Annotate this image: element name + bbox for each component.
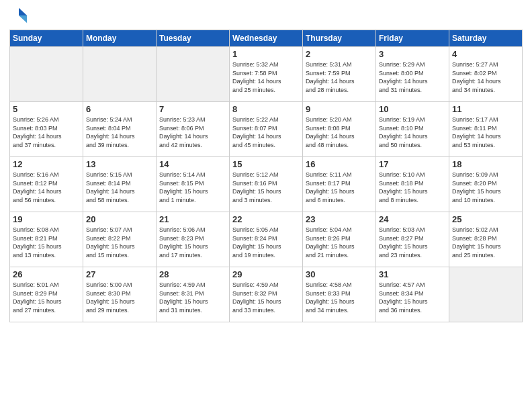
day-number: 15 bbox=[232, 159, 300, 169]
cell-info: Sunrise: 5:29 AM Sunset: 8:00 PM Dayligh… bbox=[379, 60, 446, 94]
calendar: SundayMondayTuesdayWednesdayThursdayFrid… bbox=[9, 30, 523, 322]
calendar-cell: 1Sunrise: 5:32 AM Sunset: 7:58 PM Daylig… bbox=[230, 47, 303, 102]
day-number: 2 bbox=[306, 49, 373, 59]
calendar-cell: 16Sunrise: 5:11 AM Sunset: 8:17 PM Dayli… bbox=[303, 157, 376, 212]
cell-info: Sunrise: 4:59 AM Sunset: 8:31 PM Dayligh… bbox=[159, 281, 226, 314]
cell-info: Sunrise: 5:01 AM Sunset: 8:29 PM Dayligh… bbox=[13, 281, 80, 314]
day-number: 23 bbox=[306, 214, 373, 224]
cell-info: Sunrise: 5:07 AM Sunset: 8:22 PM Dayligh… bbox=[86, 226, 153, 259]
cell-info: Sunrise: 5:02 AM Sunset: 8:28 PM Dayligh… bbox=[452, 226, 519, 259]
day-number: 28 bbox=[159, 269, 226, 279]
calendar-cell: 30Sunrise: 4:58 AM Sunset: 8:33 PM Dayli… bbox=[303, 267, 376, 322]
day-header: Sunday bbox=[10, 30, 83, 47]
calendar-cell bbox=[157, 47, 230, 102]
calendar-cell: 14Sunrise: 5:14 AM Sunset: 8:15 PM Dayli… bbox=[157, 157, 230, 212]
day-number: 9 bbox=[306, 104, 373, 114]
cell-info: Sunrise: 5:20 AM Sunset: 8:08 PM Dayligh… bbox=[306, 116, 373, 149]
header bbox=[9, 7, 523, 26]
day-number: 14 bbox=[159, 159, 226, 169]
calendar-cell: 26Sunrise: 5:01 AM Sunset: 8:29 PM Dayli… bbox=[10, 267, 83, 322]
calendar-cell: 20Sunrise: 5:07 AM Sunset: 8:22 PM Dayli… bbox=[83, 212, 157, 267]
calendar-cell: 24Sunrise: 5:03 AM Sunset: 8:27 PM Dayli… bbox=[376, 212, 449, 267]
calendar-header-row: SundayMondayTuesdayWednesdayThursdayFrid… bbox=[10, 30, 523, 47]
calendar-cell: 15Sunrise: 5:12 AM Sunset: 8:16 PM Dayli… bbox=[230, 157, 303, 212]
calendar-week-row: 26Sunrise: 5:01 AM Sunset: 8:29 PM Dayli… bbox=[10, 267, 523, 322]
day-number: 16 bbox=[306, 159, 373, 169]
day-number: 1 bbox=[232, 49, 300, 59]
day-number: 19 bbox=[13, 214, 80, 224]
cell-info: Sunrise: 4:59 AM Sunset: 8:32 PM Dayligh… bbox=[232, 281, 300, 314]
calendar-cell: 17Sunrise: 5:10 AM Sunset: 8:18 PM Dayli… bbox=[376, 157, 449, 212]
day-number: 6 bbox=[86, 104, 153, 114]
calendar-week-row: 1Sunrise: 5:32 AM Sunset: 7:58 PM Daylig… bbox=[10, 47, 523, 102]
day-number: 13 bbox=[86, 159, 153, 169]
cell-info: Sunrise: 5:31 AM Sunset: 7:59 PM Dayligh… bbox=[306, 60, 373, 94]
day-number: 11 bbox=[452, 104, 519, 114]
cell-info: Sunrise: 5:17 AM Sunset: 8:11 PM Dayligh… bbox=[452, 116, 519, 149]
day-number: 27 bbox=[86, 269, 153, 279]
day-number: 22 bbox=[232, 214, 300, 224]
calendar-week-row: 12Sunrise: 5:16 AM Sunset: 8:12 PM Dayli… bbox=[10, 157, 523, 212]
calendar-cell: 23Sunrise: 5:04 AM Sunset: 8:26 PM Dayli… bbox=[303, 212, 376, 267]
cell-info: Sunrise: 5:03 AM Sunset: 8:27 PM Dayligh… bbox=[379, 226, 446, 259]
day-number: 3 bbox=[379, 49, 446, 59]
calendar-cell: 21Sunrise: 5:06 AM Sunset: 8:23 PM Dayli… bbox=[157, 212, 230, 267]
cell-info: Sunrise: 5:14 AM Sunset: 8:15 PM Dayligh… bbox=[159, 171, 226, 204]
day-number: 20 bbox=[86, 214, 153, 224]
calendar-cell: 18Sunrise: 5:09 AM Sunset: 8:20 PM Dayli… bbox=[449, 157, 523, 212]
day-header: Saturday bbox=[449, 30, 523, 47]
calendar-cell: 11Sunrise: 5:17 AM Sunset: 8:11 PM Dayli… bbox=[449, 102, 523, 157]
cell-info: Sunrise: 5:16 AM Sunset: 8:12 PM Dayligh… bbox=[13, 171, 80, 204]
day-number: 17 bbox=[379, 159, 446, 169]
day-header: Tuesday bbox=[157, 30, 230, 47]
day-number: 7 bbox=[159, 104, 226, 114]
cell-info: Sunrise: 5:26 AM Sunset: 8:03 PM Dayligh… bbox=[13, 116, 80, 149]
cell-info: Sunrise: 5:00 AM Sunset: 8:30 PM Dayligh… bbox=[86, 281, 153, 314]
cell-info: Sunrise: 4:57 AM Sunset: 8:34 PM Dayligh… bbox=[379, 281, 446, 314]
calendar-cell: 8Sunrise: 5:22 AM Sunset: 8:07 PM Daylig… bbox=[230, 102, 303, 157]
day-header: Wednesday bbox=[230, 30, 303, 47]
calendar-cell: 4Sunrise: 5:27 AM Sunset: 8:02 PM Daylig… bbox=[449, 47, 523, 102]
calendar-week-row: 5Sunrise: 5:26 AM Sunset: 8:03 PM Daylig… bbox=[10, 102, 523, 157]
calendar-cell: 10Sunrise: 5:19 AM Sunset: 8:10 PM Dayli… bbox=[376, 102, 449, 157]
calendar-cell: 31Sunrise: 4:57 AM Sunset: 8:34 PM Dayli… bbox=[376, 267, 449, 322]
day-number: 26 bbox=[13, 269, 80, 279]
calendar-cell: 22Sunrise: 5:05 AM Sunset: 8:24 PM Dayli… bbox=[230, 212, 303, 267]
cell-info: Sunrise: 5:23 AM Sunset: 8:06 PM Dayligh… bbox=[159, 116, 226, 149]
calendar-cell bbox=[449, 267, 523, 322]
calendar-cell: 2Sunrise: 5:31 AM Sunset: 7:59 PM Daylig… bbox=[303, 47, 376, 102]
day-number: 30 bbox=[306, 269, 373, 279]
page-container: SundayMondayTuesdayWednesdayThursdayFrid… bbox=[0, 0, 532, 326]
day-header: Thursday bbox=[303, 30, 376, 47]
calendar-cell bbox=[83, 47, 157, 102]
day-number: 5 bbox=[13, 104, 80, 114]
calendar-cell: 28Sunrise: 4:59 AM Sunset: 8:31 PM Dayli… bbox=[157, 267, 230, 322]
svg-marker-0 bbox=[19, 8, 27, 15]
calendar-week-row: 19Sunrise: 5:08 AM Sunset: 8:21 PM Dayli… bbox=[10, 212, 523, 267]
cell-info: Sunrise: 5:10 AM Sunset: 8:18 PM Dayligh… bbox=[379, 171, 446, 204]
calendar-cell bbox=[10, 47, 83, 102]
day-header: Monday bbox=[83, 30, 157, 47]
calendar-cell: 12Sunrise: 5:16 AM Sunset: 8:12 PM Dayli… bbox=[10, 157, 83, 212]
day-number: 8 bbox=[232, 104, 300, 114]
day-number: 25 bbox=[452, 214, 519, 224]
calendar-cell: 5Sunrise: 5:26 AM Sunset: 8:03 PM Daylig… bbox=[10, 102, 83, 157]
calendar-cell: 7Sunrise: 5:23 AM Sunset: 8:06 PM Daylig… bbox=[157, 102, 230, 157]
cell-info: Sunrise: 5:27 AM Sunset: 8:02 PM Dayligh… bbox=[452, 60, 519, 94]
cell-info: Sunrise: 5:12 AM Sunset: 8:16 PM Dayligh… bbox=[232, 171, 300, 204]
day-number: 4 bbox=[452, 49, 519, 59]
cell-info: Sunrise: 5:06 AM Sunset: 8:23 PM Dayligh… bbox=[159, 226, 226, 259]
svg-marker-1 bbox=[19, 15, 27, 23]
day-number: 29 bbox=[232, 269, 300, 279]
day-number: 18 bbox=[452, 159, 519, 169]
day-number: 12 bbox=[13, 159, 80, 169]
calendar-cell: 9Sunrise: 5:20 AM Sunset: 8:08 PM Daylig… bbox=[303, 102, 376, 157]
calendar-cell: 3Sunrise: 5:29 AM Sunset: 8:00 PM Daylig… bbox=[376, 47, 449, 102]
cell-info: Sunrise: 5:22 AM Sunset: 8:07 PM Dayligh… bbox=[232, 116, 300, 149]
calendar-cell: 6Sunrise: 5:24 AM Sunset: 8:04 PM Daylig… bbox=[83, 102, 157, 157]
cell-info: Sunrise: 5:24 AM Sunset: 8:04 PM Dayligh… bbox=[86, 116, 153, 149]
calendar-cell: 25Sunrise: 5:02 AM Sunset: 8:28 PM Dayli… bbox=[449, 212, 523, 267]
day-number: 21 bbox=[159, 214, 226, 224]
calendar-cell: 13Sunrise: 5:15 AM Sunset: 8:14 PM Dayli… bbox=[83, 157, 157, 212]
day-header: Friday bbox=[376, 30, 449, 47]
